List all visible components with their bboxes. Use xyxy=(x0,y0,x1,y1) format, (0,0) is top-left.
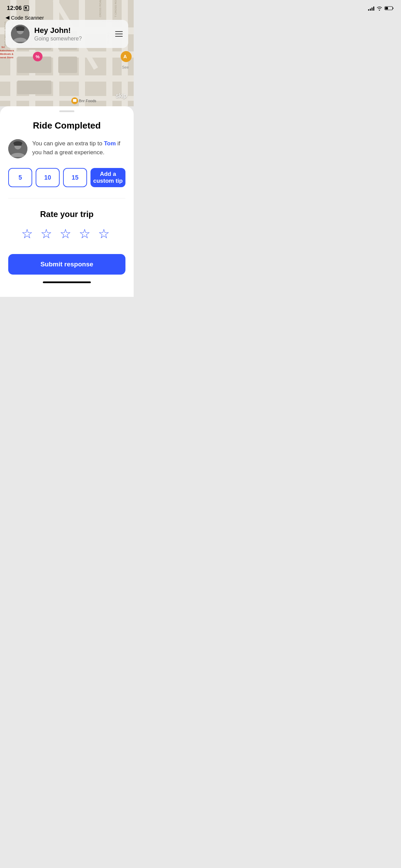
star-2[interactable]: ☆ xyxy=(40,227,55,242)
menu-button[interactable] xyxy=(115,31,123,37)
subtitle-text: Going somewhere? xyxy=(34,36,110,42)
rate-title: Rate your trip xyxy=(8,209,125,219)
driver-name: Tom xyxy=(104,140,116,147)
driver-avatar xyxy=(8,139,27,158)
tip-5-button[interactable]: 5 xyxy=(8,168,32,187)
sheet-handle xyxy=(59,110,74,112)
svg-text:A: A xyxy=(123,54,127,59)
greeting-text: Hey John! xyxy=(34,26,110,35)
bottom-sheet: Ride Completed You can give an extra tip… xyxy=(0,106,134,297)
ride-completed-title: Ride Completed xyxy=(8,120,125,131)
svg-rect-1 xyxy=(25,7,27,9)
svg-text:Bnr Foods: Bnr Foods xyxy=(79,99,96,103)
tip-row: 5 10 15 Add a custom tip xyxy=(8,168,125,187)
svg-text:Sri: Sri xyxy=(1,46,5,49)
skip-button[interactable]: skip xyxy=(116,92,127,99)
status-bar: 12:06 xyxy=(0,0,134,14)
svg-text:%: % xyxy=(36,54,40,59)
svg-rect-51 xyxy=(14,142,22,146)
home-indicator xyxy=(43,281,91,283)
custom-tip-button[interactable]: Add a custom tip xyxy=(90,168,125,187)
driver-row: You can give an extra tip to Tom if you … xyxy=(8,139,125,158)
star-1[interactable]: ☆ xyxy=(21,227,36,242)
svg-rect-47 xyxy=(16,27,24,31)
svg-rect-39 xyxy=(73,99,76,102)
driver-message: You can give an extra tip to Tom if you … xyxy=(32,139,125,157)
svg-rect-15 xyxy=(0,96,134,101)
tip-15-button[interactable]: 15 xyxy=(63,168,87,187)
submit-button[interactable]: Submit response xyxy=(8,254,125,275)
stars-row: ☆ ☆ ☆ ☆ ☆ xyxy=(8,227,125,242)
back-nav[interactable]: ◀ Code Scanner xyxy=(5,14,44,21)
svg-text:kateshwara: kateshwara xyxy=(0,49,14,52)
svg-text:Medicals &: Medicals & xyxy=(0,52,14,56)
star-4[interactable]: ☆ xyxy=(79,227,93,242)
header-card: Hey John! Going somewhere? xyxy=(5,20,128,48)
svg-text:See: See xyxy=(122,65,129,69)
header-text: Hey John! Going somewhere? xyxy=(34,26,110,42)
svg-rect-21 xyxy=(17,81,51,94)
svg-rect-20 xyxy=(58,57,77,73)
svg-text:neral Store: neral Store xyxy=(0,56,13,59)
star-3[interactable]: ☆ xyxy=(60,227,74,242)
user-avatar xyxy=(11,25,29,43)
tip-10-button[interactable]: 10 xyxy=(36,168,60,187)
star-5[interactable]: ☆ xyxy=(98,227,112,242)
section-divider xyxy=(8,198,125,198)
status-time: 12:06 xyxy=(7,5,29,12)
